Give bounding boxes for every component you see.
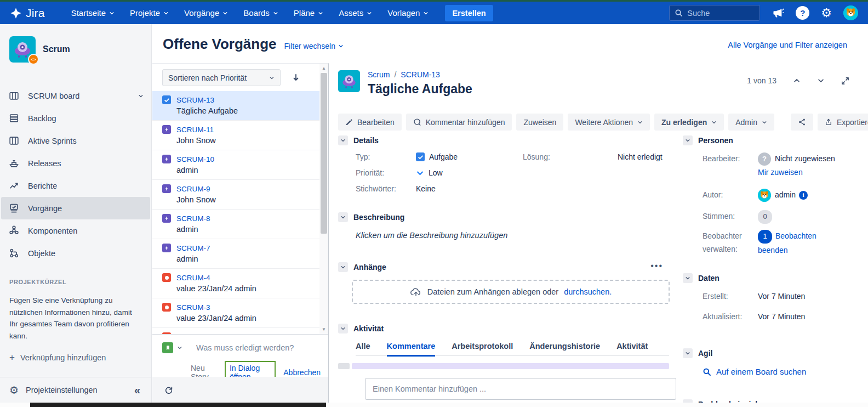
menu-projekte[interactable]: Projekte — [124, 5, 174, 21]
collapse-people-icon[interactable] — [683, 135, 693, 145]
issue-row[interactable]: SCRUM-11 John Snow — [152, 121, 319, 150]
jira-logo[interactable]: Jira — [10, 7, 45, 20]
tab-aenderungshistorie[interactable]: Änderungshistorie — [529, 342, 600, 351]
add-comment-button[interactable]: Kommentar hinzufügen — [406, 114, 512, 131]
reporter-info-icon[interactable]: i — [799, 191, 808, 200]
admin-button[interactable]: Admin — [728, 114, 774, 131]
search-input[interactable] — [687, 9, 753, 18]
issue-row[interactable]: SCRUM-10 admin — [152, 150, 319, 180]
issue-row[interactable]: SCRUM-4 value 23/Jan/24 admin — [152, 269, 319, 298]
chevron-down-icon[interactable] — [138, 93, 144, 99]
shortcuts-section: PROJEKTKÜRZEL Fügen Sie eine Verknüpfung… — [0, 279, 151, 363]
collapse-activity-icon[interactable] — [338, 324, 348, 333]
priority-value: Low — [416, 168, 443, 177]
add-shortcut-link[interactable]: + Verknüpfung hinzufügen — [9, 352, 142, 363]
scroll-down-arrow[interactable]: ▼ — [319, 327, 328, 332]
issue-row[interactable]: SCRUM-3 value 23/Jan/24 admin — [152, 298, 319, 328]
settings-gear-icon[interactable]: ⚙ — [821, 7, 832, 19]
sidebar-item-objekte[interactable]: Objekte — [1, 242, 150, 264]
comment-input[interactable] — [365, 378, 676, 400]
create-issue-input[interactable] — [196, 343, 311, 352]
collapse-sidebar-button[interactable]: « — [134, 384, 140, 397]
collapse-dates-icon[interactable] — [683, 273, 693, 283]
sort-dropdown[interactable]: Sortieren nach Priorität — [162, 69, 281, 86]
find-on-board-link[interactable]: Auf einem Board suchen — [703, 367, 864, 376]
main-menu: Startseite Projekte Vorgänge Boards Plän… — [66, 5, 493, 21]
browse-files-link[interactable]: durchsuchen. — [564, 287, 612, 296]
tab-kommentare[interactable]: Kommentare — [387, 342, 436, 351]
horizontal-scrollbar-thumb[interactable] — [30, 403, 326, 407]
cancel-create-link[interactable]: Abbrechen — [283, 368, 321, 377]
announcement-icon[interactable] — [772, 7, 784, 19]
refresh-icon[interactable] — [164, 385, 174, 395]
collapse-attachments-icon[interactable] — [338, 262, 348, 272]
issue-row[interactable]: SCRUM-7 admin — [152, 239, 319, 269]
collapse-details-icon[interactable] — [338, 135, 348, 145]
updated-label: Aktualisiert: — [683, 310, 758, 324]
type-picker-chevron-icon[interactable] — [177, 345, 182, 351]
sidebar-item-komponenten[interactable]: Komponenten — [1, 219, 150, 242]
breadcrumb-issue-link[interactable]: SCRUM-13 — [401, 70, 440, 79]
expand-icon[interactable] — [841, 77, 849, 85]
issue-row[interactable]: SCRUM-13 Tägliche Aufgabe — [152, 91, 319, 121]
backlog-icon — [8, 112, 20, 124]
sidebar-item-releases[interactable]: Releases — [1, 152, 150, 174]
menu-plaene[interactable]: Pläne — [288, 5, 329, 21]
menu-vorgaenge[interactable]: Vorgänge — [179, 5, 233, 21]
tab-aktivitaet[interactable]: Aktivität — [616, 342, 648, 351]
description-placeholder[interactable]: Klicken um die Beschreibung hinzuzufügen — [356, 231, 670, 240]
horizontal-scrollbar[interactable] — [0, 403, 868, 407]
project-settings-label[interactable]: Projekteinstellungen — [26, 386, 98, 394]
all-issues-filters-link[interactable]: Alle Vorgänge und Filter anzeigen — [728, 41, 847, 49]
project-header[interactable]: <> Scrum — [0, 24, 151, 63]
bolt-type-icon — [162, 125, 171, 134]
sidebar-item-scrum-board[interactable]: SCRUM board — [1, 84, 150, 107]
menu-startseite[interactable]: Startseite — [66, 5, 120, 21]
issue-row[interactable]: SCRUM-9 John Snow — [152, 180, 319, 210]
more-actions-button[interactable]: Weitere Aktionen — [568, 114, 650, 131]
status-transition-button[interactable]: Zu erledigen — [654, 114, 724, 131]
create-button[interactable]: Erstellen — [445, 5, 493, 21]
issue-row[interactable]: SCRUM-2 — [152, 328, 319, 334]
global-search[interactable] — [669, 5, 760, 21]
export-button[interactable]: Exportieren — [818, 114, 868, 131]
sidebar-item-vorgaenge[interactable]: Vorgänge — [1, 197, 150, 219]
help-icon[interactable]: ? — [796, 6, 809, 20]
switch-filter-link[interactable]: Filter wechseln — [284, 42, 344, 50]
board-icon — [8, 90, 20, 101]
scroll-up-arrow[interactable]: ▲ — [319, 66, 328, 71]
jira-window: Jira Startseite Projekte Vorgänge Boards… — [0, 0, 868, 407]
issue-row[interactable]: SCRUM-8 admin — [152, 210, 319, 239]
menu-vorlagen[interactable]: Vorlagen — [382, 5, 434, 21]
shortcuts-header: PROJEKTKÜRZEL — [9, 279, 142, 285]
votes-badge[interactable]: 0 — [758, 210, 772, 224]
previous-issue-icon[interactable] — [793, 77, 801, 84]
attachments-menu-icon[interactable]: ••• — [650, 261, 663, 271]
user-avatar[interactable] — [843, 5, 858, 20]
edit-button[interactable]: Bearbeiten — [338, 114, 402, 131]
list-scrollbar[interactable]: ▲ ▼ — [319, 64, 328, 334]
reporter-label: Autor: — [683, 188, 758, 202]
jira-logo-icon — [10, 7, 22, 19]
sidebar-item-berichte[interactable]: Berichte — [1, 174, 150, 197]
story-type-icon[interactable] — [162, 342, 173, 353]
collapse-description-icon[interactable] — [338, 212, 348, 222]
tab-alle[interactable]: Alle — [356, 342, 370, 351]
attachment-dropzone[interactable]: Dateien zum Anhängen ablegen oder durchs… — [352, 280, 670, 304]
assign-to-me-link[interactable]: Mir zuweisen — [758, 166, 840, 179]
breadcrumb-project-link[interactable]: Scrum — [368, 70, 390, 79]
sidebar-item-backlog[interactable]: Backlog — [1, 107, 150, 129]
share-button[interactable] — [791, 114, 813, 131]
assign-button[interactable]: Zuweisen — [516, 114, 563, 131]
menu-boards[interactable]: Boards — [238, 5, 284, 21]
scrollbar-thumb[interactable] — [321, 73, 327, 234]
watchers-count-badge[interactable]: 1 — [758, 230, 772, 244]
tab-arbeitsprotokoll[interactable]: Arbeitsprotokoll — [452, 342, 513, 351]
next-issue-icon[interactable] — [817, 77, 825, 84]
reports-icon — [8, 180, 20, 191]
menu-assets[interactable]: Assets — [333, 5, 378, 21]
description-section-header: Beschreibung — [353, 213, 404, 222]
sort-direction-icon[interactable] — [292, 74, 300, 82]
collapse-agile-icon[interactable] — [683, 348, 693, 358]
sidebar-item-aktive-sprints[interactable]: Aktive Sprints — [1, 129, 150, 152]
